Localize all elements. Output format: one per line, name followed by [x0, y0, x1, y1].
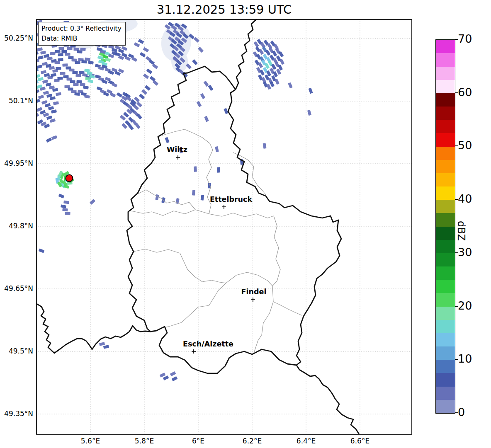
radar-bin — [141, 89, 147, 95]
city-label-findel: Findel — [241, 288, 267, 296]
city-marker-esch-alzette — [192, 349, 196, 354]
radar-bin — [51, 135, 58, 140]
radar-bin — [65, 53, 70, 56]
radar-bin — [33, 80, 39, 85]
radar-bin — [215, 146, 219, 152]
radar-bin — [103, 345, 109, 349]
country-borders — [36, 19, 359, 434]
radar-bin — [308, 88, 313, 94]
canton-border — [233, 153, 266, 195]
radar-bin — [46, 138, 52, 143]
radar-bin — [288, 82, 292, 89]
radar-bin — [55, 50, 61, 53]
radar-bin — [307, 110, 311, 116]
y-tick-label: 49.8°N — [1, 222, 33, 230]
radar-bin — [51, 73, 56, 77]
radar-bin — [77, 50, 83, 53]
colorbar-band-10-12.5dbz — [436, 346, 455, 360]
colorbar-band-20-22.5dbz — [436, 293, 455, 306]
y-tick-label: 49.65°N — [1, 284, 33, 293]
radar-bin — [194, 37, 199, 43]
radar-bin — [88, 61, 94, 64]
x-tick-label: 5.6°E — [72, 437, 109, 445]
colorbar-tick-label: 30 — [458, 246, 472, 259]
radar-bin — [72, 71, 78, 74]
radar-bin — [123, 112, 129, 118]
y-tick-label: 50.1°N — [1, 97, 33, 105]
colorbar-band-37.5-40dbz — [436, 200, 455, 213]
colorbar-band-22.5-25dbz — [436, 280, 455, 293]
radar-site-marker — [66, 175, 73, 182]
radar-bin — [84, 68, 90, 72]
radar-bin — [58, 47, 64, 50]
colorbar-tick-label: 40 — [458, 192, 472, 205]
radar-bin — [134, 42, 140, 47]
radar-map: WiltzEttelbruckFindelEsch/Alzette — [0, 0, 491, 448]
radar-bin — [217, 167, 220, 172]
colorbar-unit-label: dBZ — [455, 221, 467, 241]
radar-bin — [54, 61, 60, 64]
city-marker-ettelbruck — [222, 205, 226, 209]
x-tick-label: 6.6°E — [341, 437, 379, 445]
radar-bin — [60, 72, 65, 75]
colorbar-band-0-2.5dbz — [436, 400, 455, 413]
colorbar-band-30-32.5dbz — [436, 240, 455, 253]
radar-bin — [38, 77, 44, 81]
colorbar-band-67.5-70dbz — [436, 40, 455, 53]
radar-bin — [145, 85, 151, 91]
colorbar-band-62.5-65dbz — [436, 67, 455, 80]
radar-bin — [56, 92, 61, 96]
radar-bin — [84, 94, 90, 99]
colorbar-band-57.5-60dbz — [436, 93, 455, 107]
radar-bin — [62, 63, 68, 66]
radar-bin — [263, 143, 266, 149]
colorbar-band-40-42.5dbz — [436, 186, 455, 200]
radar-bin — [143, 47, 149, 53]
colorbar-tick-label: 20 — [458, 299, 472, 312]
radar-bin — [36, 107, 43, 112]
radar-bin — [58, 58, 63, 61]
colorbar-band-5-7.5dbz — [436, 373, 455, 386]
radar-bin — [203, 81, 209, 87]
colorbar-tick-label: 60 — [458, 86, 472, 99]
radar-bin — [33, 68, 39, 73]
canton-border — [226, 272, 272, 286]
radar-bin — [146, 68, 153, 74]
radar-bin — [88, 79, 93, 83]
radar-bin — [46, 116, 53, 120]
colorbar-band-25-27.5dbz — [436, 266, 455, 280]
radar-bin — [61, 204, 66, 208]
y-tick-label: 50.25°N — [1, 34, 33, 42]
colorbar-band-27.5-30dbz — [436, 253, 455, 266]
colorbar-band-2.5-5dbz — [436, 387, 455, 400]
colorbar-band-7.5-10dbz — [436, 360, 455, 373]
radar-bin — [83, 85, 89, 89]
city-marker-wiltz — [176, 155, 180, 160]
radar-bin — [197, 101, 202, 107]
radar-bin — [50, 52, 56, 56]
data-source-line: Data: RMIB — [41, 34, 122, 44]
y-tick-label: 49.5°N — [1, 347, 33, 355]
x-tick-label: 6.2°E — [233, 437, 271, 445]
colorbar-band-52.5-55dbz — [436, 120, 455, 133]
colorbar-band-32.5-35dbz — [436, 227, 455, 240]
radar-bin — [204, 116, 209, 122]
radar-bin — [33, 113, 39, 118]
radar-bin — [34, 74, 40, 79]
radar-bin — [43, 91, 49, 95]
y-tick-label: 49.35°N — [1, 409, 33, 418]
radar-bin — [75, 61, 80, 64]
city-label-esch-alzette: Esch/Alzette — [183, 340, 233, 348]
radar-bin — [50, 119, 56, 123]
canton-border — [254, 216, 280, 353]
product-line: Product: 0.3° Reflectivity — [41, 24, 122, 34]
radar-bin — [117, 92, 123, 98]
radar-bin — [172, 376, 178, 381]
radar-bin — [37, 47, 43, 51]
radar-bin — [73, 83, 78, 86]
radar-bin — [194, 166, 197, 172]
radar-bin — [170, 371, 176, 376]
radar-bin — [200, 93, 206, 99]
colorbar-band-47.5-50dbz — [436, 147, 455, 160]
radar-bin — [63, 201, 69, 204]
